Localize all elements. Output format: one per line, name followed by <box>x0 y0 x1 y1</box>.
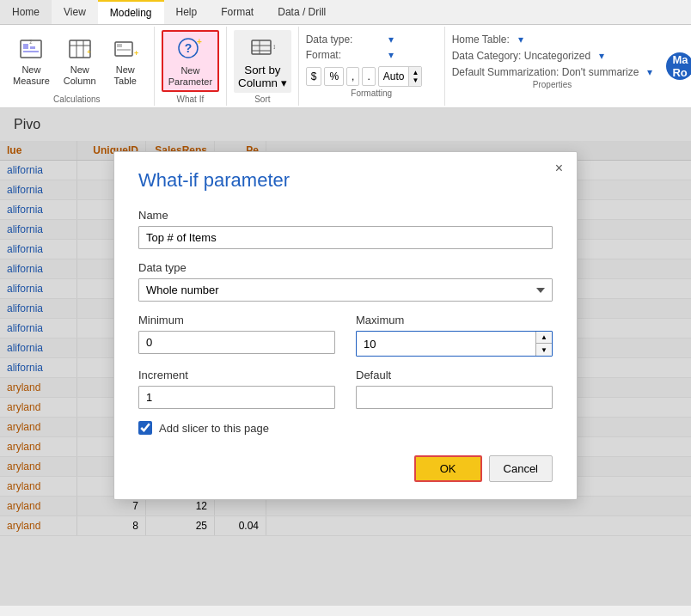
slicer-label: Add slicer to this page <box>159 422 269 435</box>
new-table-button[interactable]: + NewTable <box>104 30 147 90</box>
tab-data-drill[interactable]: Data / Drill <box>266 0 338 24</box>
user-area: MaRo <box>659 27 691 106</box>
new-table-icon: + <box>110 34 141 64</box>
new-measure-label: NewMeasure <box>13 64 50 87</box>
svg-rect-17 <box>252 40 271 54</box>
new-measure-button[interactable]: ∑ NewMeasure <box>7 30 56 90</box>
ribbon-body: ∑ NewMeasure + N <box>0 25 691 107</box>
default-input[interactable] <box>356 386 553 409</box>
sort-by-column-icon: ↕ <box>248 34 276 64</box>
format-row: Format: ▾ <box>306 49 437 61</box>
modal-footer: OK Cancel <box>138 455 553 482</box>
calculations-group-label: Calculations <box>53 95 100 106</box>
default-label: Default <box>356 369 553 381</box>
sort-by-column-button[interactable]: ↕ Sort byColumn ▾ <box>234 30 291 93</box>
new-parameter-label: NewParameter <box>168 65 212 88</box>
calculations-buttons: ∑ NewMeasure + N <box>7 30 147 93</box>
name-input[interactable] <box>138 226 553 249</box>
data-category-dropdown[interactable]: ▾ <box>599 50 604 62</box>
name-label: Name <box>138 209 553 222</box>
ribbon-group-whatif: ? + NewParameter What If <box>155 27 227 106</box>
home-table-dropdown[interactable]: ▾ <box>518 34 523 46</box>
tab-format[interactable]: Format <box>209 0 266 24</box>
minimum-col: Minimum <box>138 314 335 357</box>
maximum-spinner-buttons: ▲ ▼ <box>535 332 552 356</box>
default-summarization-label: Default Summarization: Don't summarize <box>452 66 639 78</box>
data-type-dropdown[interactable]: ▾ <box>388 34 394 46</box>
tab-help[interactable]: Help <box>164 0 210 24</box>
properties-group-label: Properties <box>533 80 572 91</box>
svg-rect-11 <box>117 49 131 51</box>
default-col: Default <box>356 369 553 409</box>
datatype-select[interactable]: Whole number Decimal number Fixed decima… <box>138 278 553 302</box>
svg-text:+: + <box>87 48 91 56</box>
data-category-row: Data Category: Uncategorized ▾ <box>452 50 653 62</box>
new-column-button[interactable]: + NewColumn <box>58 30 102 90</box>
whatif-group-label: What If <box>177 95 205 106</box>
format-label: Format: <box>306 49 383 61</box>
new-parameter-icon: ? + <box>174 34 205 65</box>
sort-buttons: ↕ Sort byColumn ▾ <box>234 30 291 93</box>
new-column-icon: + <box>64 34 95 64</box>
home-table-row: Home Table: ▾ <box>452 34 653 46</box>
datatype-label: Data type <box>138 261 553 274</box>
tab-view[interactable]: View <box>52 0 98 24</box>
ribbon-tab-bar: Home View Modeling Help Format Data / Dr… <box>0 0 691 25</box>
currency-dollar-button[interactable]: $ <box>306 67 322 86</box>
increment-default-row: Increment Default <box>138 369 553 409</box>
ribbon-group-properties: Home Table: ▾ Data Category: Uncategoriz… <box>445 27 660 106</box>
ribbon-group-sort: ↕ Sort byColumn ▾ Sort <box>227 27 299 106</box>
svg-text:+: + <box>197 37 202 46</box>
default-summarization-row: Default Summarization: Don't summarize ▾ <box>452 66 653 78</box>
group-separator-button[interactable]: . <box>362 67 375 86</box>
whatif-modal: × What-if parameter Name Data type Whole… <box>113 151 578 500</box>
ribbon-group-calculations: ∑ NewMeasure + N <box>0 27 155 106</box>
increment-input[interactable] <box>138 386 335 409</box>
ok-button[interactable]: OK <box>414 455 482 482</box>
modal-close-button[interactable]: × <box>550 159 568 178</box>
data-type-label: Data type: <box>306 34 383 46</box>
svg-text:↕: ↕ <box>272 43 276 51</box>
currency-comma-button[interactable]: , <box>346 67 359 86</box>
currency-percent-button[interactable]: % <box>324 67 344 86</box>
slicer-row: Add slicer to this page <box>138 421 553 435</box>
data-type-row: Data type: ▾ <box>306 34 437 46</box>
modal-title: What-if parameter <box>138 169 553 192</box>
new-table-label: NewTable <box>114 64 137 87</box>
svg-rect-12 <box>117 44 122 47</box>
maximum-spin-up[interactable]: ▲ <box>536 332 552 344</box>
increment-col: Increment <box>138 369 335 409</box>
new-parameter-button[interactable]: ? + NewParameter <box>162 30 219 92</box>
minimum-input[interactable] <box>138 331 335 354</box>
maximum-spinbox: ▲ ▼ <box>356 331 553 357</box>
formatting-group-label: Formatting <box>351 88 392 100</box>
format-dropdown[interactable]: ▾ <box>388 49 394 61</box>
maximum-spin-down[interactable]: ▼ <box>536 344 552 356</box>
user-initials: MaRo <box>672 53 688 79</box>
home-table-label: Home Table: <box>452 34 510 46</box>
maximum-col: Maximum ▲ ▼ <box>356 314 553 357</box>
auto-label: Auto <box>379 69 409 84</box>
cancel-button[interactable]: Cancel <box>489 455 553 482</box>
svg-text:?: ? <box>185 41 193 55</box>
increment-label: Increment <box>138 369 335 381</box>
min-max-row: Minimum Maximum ▲ ▼ <box>138 314 553 357</box>
new-measure-icon: ∑ <box>15 34 46 64</box>
slicer-checkbox[interactable] <box>138 421 152 435</box>
minimum-label: Minimum <box>138 314 335 326</box>
svg-text:+: + <box>134 49 138 58</box>
data-category-label: Data Category: Uncategorized <box>452 50 590 62</box>
svg-rect-3 <box>23 51 39 52</box>
new-column-label: NewColumn <box>64 64 96 87</box>
maximum-input[interactable] <box>357 332 535 356</box>
default-summarization-dropdown[interactable]: ▾ <box>647 66 652 78</box>
user-avatar[interactable]: MaRo <box>666 52 691 80</box>
svg-text:∑: ∑ <box>30 39 34 44</box>
sort-group-label: Sort <box>254 95 270 106</box>
auto-spinner[interactable]: ▲▼ <box>408 67 421 86</box>
tab-home[interactable]: Home <box>0 0 52 24</box>
whatif-buttons: ? + NewParameter <box>162 30 219 93</box>
tab-modeling[interactable]: Modeling <box>98 0 164 24</box>
ribbon: Home View Modeling Help Format Data / Dr… <box>0 0 691 108</box>
main-area: Pivo lue UniqueID SalesReps Pe alifornia… <box>0 108 691 606</box>
